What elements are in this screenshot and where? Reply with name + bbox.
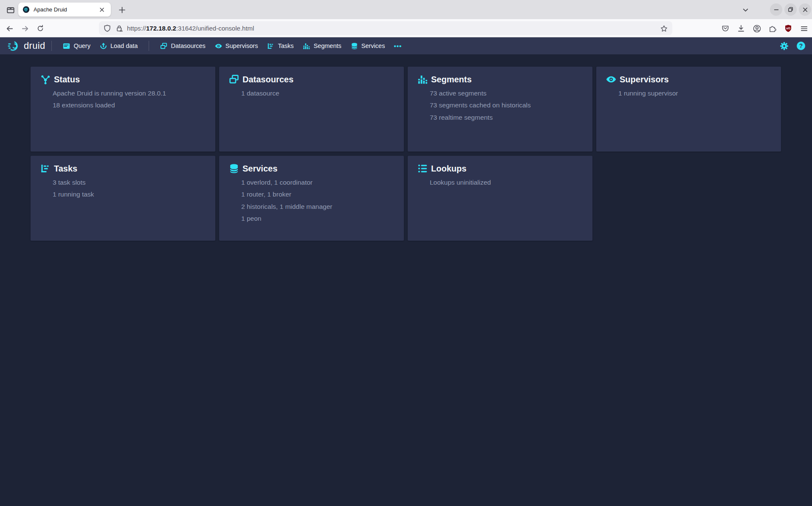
card-title: Tasks xyxy=(54,164,77,174)
downloads-icon[interactable] xyxy=(736,22,747,35)
toolbar-right-icons: uO xyxy=(720,22,809,35)
nav-item-tasks[interactable]: Tasks xyxy=(262,37,298,54)
card-line: 1 router, 1 broker xyxy=(241,190,395,198)
card-line: 2 historicals, 1 middle manager xyxy=(241,202,395,211)
url-bar[interactable]: https://172.18.0.2:31642/unified-console… xyxy=(99,21,672,35)
card-body: 3 task slots 1 running task xyxy=(53,178,207,199)
nav-item-label: Datasources xyxy=(171,42,205,49)
card-line: 1 peon xyxy=(241,214,395,222)
card-supervisors[interactable]: Supervisors 1 running supervisor xyxy=(596,67,781,152)
help-glyph: ? xyxy=(799,42,803,49)
nav-item-label: Query xyxy=(73,42,90,49)
database-icon xyxy=(351,42,358,50)
bar-chart-icon xyxy=(417,74,428,84)
account-icon[interactable] xyxy=(751,22,762,35)
druid-brand[interactable]: druid xyxy=(7,40,45,51)
home-view: Status Apache Druid is running version 2… xyxy=(0,54,812,241)
card-line: 3 task slots xyxy=(53,178,207,186)
nav-item-label: Supervisors xyxy=(226,42,258,49)
forward-button[interactable] xyxy=(18,22,32,35)
card-title: Segments xyxy=(431,75,472,84)
back-button[interactable] xyxy=(3,22,16,35)
shield-icon[interactable] xyxy=(103,24,111,32)
card-line: 18 extensions loaded xyxy=(53,101,207,109)
brand-text: druid xyxy=(24,40,45,51)
help-icon: ? xyxy=(797,42,805,50)
card-title: Services xyxy=(242,164,277,174)
card-header: Supervisors xyxy=(606,73,773,85)
card-line: 73 segments cached on historicals xyxy=(430,101,584,109)
card-status[interactable]: Status Apache Druid is running version 2… xyxy=(31,67,215,152)
tab-list-dropdown-icon[interactable] xyxy=(739,4,751,15)
firefox-view-icon xyxy=(6,5,15,14)
card-title: Supervisors xyxy=(620,75,669,84)
nav-item-label: Tasks xyxy=(278,42,293,49)
card-body: 73 active segments 73 segments cached on… xyxy=(430,89,584,121)
nav-item-label: Services xyxy=(361,42,385,49)
nav-item-services[interactable]: Services xyxy=(346,37,390,54)
query-console-icon xyxy=(63,42,70,50)
druid-favicon xyxy=(23,6,30,13)
card-title: Status xyxy=(54,75,80,84)
card-line: Apache Druid is running version 28.0.1 xyxy=(53,89,207,97)
nav-item-load-data[interactable]: Load data xyxy=(95,37,143,54)
url-path: :31642/unified-console.html xyxy=(176,25,254,32)
lock-warning-icon[interactable] xyxy=(115,24,124,33)
card-body: Lookups uninitialized xyxy=(430,178,584,186)
card-line: Lookups uninitialized xyxy=(430,178,584,186)
database-icon xyxy=(229,163,239,174)
restore-button[interactable] xyxy=(784,3,797,16)
url-text: https://172.18.0.2:31642/unified-console… xyxy=(127,25,254,32)
window-controls xyxy=(770,3,811,16)
browser-tab[interactable]: Apache Druid xyxy=(18,3,111,17)
svg-text:uO: uO xyxy=(786,27,790,30)
gantt-icon xyxy=(267,42,274,50)
new-tab-button[interactable] xyxy=(116,3,128,16)
card-lookups[interactable]: Lookups Lookups uninitialized xyxy=(408,156,592,241)
firefox-view-button[interactable] xyxy=(4,3,17,16)
tab-close-icon[interactable] xyxy=(97,5,107,14)
card-services[interactable]: Services 1 overlord, 1 coordinator 1 rou… xyxy=(219,156,404,241)
card-header: Segments xyxy=(417,73,584,85)
extensions-puzzle-icon[interactable] xyxy=(767,22,778,35)
card-title: Lookups xyxy=(431,164,466,174)
card-header: Datasources xyxy=(229,73,395,85)
card-title: Datasources xyxy=(242,75,293,84)
browser-toolbar: https://172.18.0.2:31642/unified-console… xyxy=(0,19,812,37)
nav-item-query[interactable]: Query xyxy=(58,37,95,54)
druid-navbar: druid Query Load data Datasources Superv… xyxy=(0,37,812,54)
nav-item-datasources[interactable]: Datasources xyxy=(155,37,210,54)
eye-icon xyxy=(215,42,222,50)
bookmark-star-icon[interactable] xyxy=(659,23,669,34)
ublock-icon[interactable]: uO xyxy=(783,22,794,35)
eye-icon xyxy=(606,74,616,84)
card-body: Apache Druid is running version 28.0.1 1… xyxy=(53,89,207,110)
card-body: 1 datasource xyxy=(241,89,395,97)
menu-hamburger-icon[interactable] xyxy=(798,22,809,35)
close-window-button[interactable] xyxy=(799,3,811,16)
minimize-button[interactable] xyxy=(770,3,782,16)
card-header: Status xyxy=(40,73,207,85)
card-segments[interactable]: Segments 73 active segments 73 segments … xyxy=(408,67,592,152)
reload-button[interactable] xyxy=(34,22,47,35)
card-header: Tasks xyxy=(40,163,207,174)
nav-item-segments[interactable]: Segments xyxy=(298,37,346,54)
multi-frames-icon xyxy=(229,74,239,84)
bar-chart-icon xyxy=(303,42,310,50)
nav-item-supervisors[interactable]: Supervisors xyxy=(210,37,263,54)
card-tasks[interactable]: Tasks 3 task slots 1 running task xyxy=(31,156,215,241)
druid-logo-icon xyxy=(7,40,20,51)
card-line: 73 realtime segments xyxy=(430,113,584,121)
more-menu-icon[interactable]: ••• xyxy=(389,37,406,54)
nav-item-label: Segments xyxy=(313,42,341,49)
help-button[interactable]: ? xyxy=(795,40,806,51)
url-protocol: https:// xyxy=(127,25,146,32)
list-icon xyxy=(417,163,428,174)
settings-gear-button[interactable] xyxy=(778,40,789,51)
pocket-icon[interactable] xyxy=(720,22,731,35)
navbar-right: ? xyxy=(778,40,806,51)
tab-title: Apache Druid xyxy=(34,6,97,13)
card-datasources[interactable]: Datasources 1 datasource xyxy=(219,67,404,152)
card-line: 1 datasource xyxy=(241,89,395,97)
card-header: Lookups xyxy=(417,163,584,174)
